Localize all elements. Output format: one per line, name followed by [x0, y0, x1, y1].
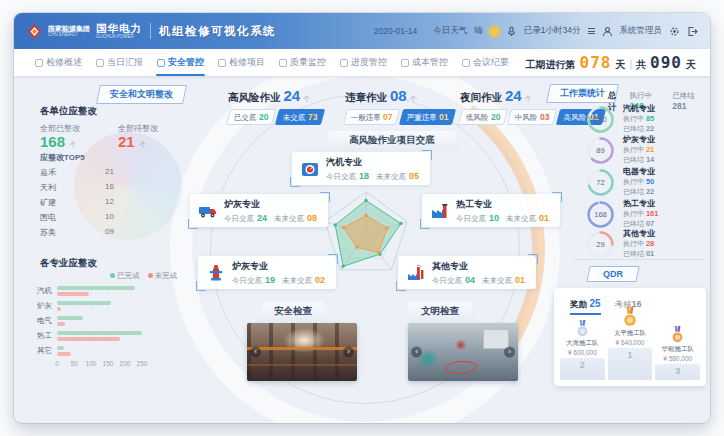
gauge-icon — [300, 159, 320, 179]
bar-row: 其它 — [37, 343, 182, 358]
tab-daily-report[interactable]: 当日汇报 — [89, 49, 150, 76]
bar-row: 汽机 — [37, 283, 182, 298]
bar-segment — [57, 346, 64, 350]
profession-card-turbine[interactable]: 汽机专业 今日交底18 未来交底05 — [292, 152, 430, 185]
carousel-next-icon[interactable]: › — [504, 347, 515, 358]
legend-todo: 未完成 — [148, 271, 178, 281]
stat-title: 高风险作业 — [228, 91, 281, 105]
ring-info: 汽机专业 执行中 85 已终结 22 — [623, 104, 655, 134]
header-right: 2020-01-14 | 今日天气 晴 已录1小时34分 系统管理员 — [374, 25, 698, 37]
separator: | — [629, 59, 632, 70]
menu-icon[interactable] — [588, 28, 595, 34]
stat-badge: 未交底73 — [275, 109, 325, 125]
bar-row: 炉灰 — [37, 298, 182, 313]
stat-title: 违章作业 — [345, 91, 387, 105]
civility-check-carousel[interactable]: ‹ › — [408, 323, 518, 381]
stat-value: 24 — [505, 87, 522, 104]
ticket-ring-row: 72 电器专业 执行中 50 已终结 22 — [586, 168, 708, 198]
ring-value: 72 — [586, 168, 615, 197]
profession-name: 热工专业 — [456, 198, 549, 211]
shield-icon — [157, 59, 165, 67]
settings-gear-icon[interactable] — [669, 26, 680, 37]
logout-icon[interactable] — [687, 26, 698, 37]
ring-info: 热工专业 执行中 161 已终结 07 — [623, 199, 658, 229]
divider — [574, 259, 704, 260]
ring-value: 168 — [586, 200, 615, 229]
duration-prefix: 工期进行第 — [526, 58, 576, 72]
org-name: 国家能源集团 — [48, 25, 90, 32]
bar-segment — [57, 286, 135, 290]
brand-subtitle: GUOHUA POWER — [96, 35, 142, 40]
brand-name: 国华电力 — [96, 23, 142, 34]
user-name[interactable]: 系统管理员 — [620, 25, 663, 37]
brand-block: 国华电力 GUOHUA POWER — [96, 23, 142, 39]
plant-icon — [406, 263, 426, 283]
profession-remediation-title: 各专业应整改 — [40, 257, 97, 270]
profession-stats: 今日交底24 未来交底08 — [224, 213, 317, 224]
stat-unit: 个 — [410, 94, 417, 104]
profession-name: 炉灰专业 — [224, 198, 317, 211]
dashboard-main: 安全和文明整改 各单位应整改 全部已整改 168 个 全部待整改 21 个 应整… — [14, 76, 710, 423]
total-prefix: 共 — [636, 58, 646, 72]
current-date: 2020-01-14 — [374, 26, 417, 36]
nav-tabbar: 检修概述 当日汇报 安全管控 检修项目 质量监控 进度管控 成本管控 会议纪要 … — [14, 49, 710, 76]
stat-violation: 违章作业 08 个 一般违章07 严重违章01 — [345, 87, 455, 125]
top5-title: 应整改TOP5 — [40, 152, 85, 163]
separator: | — [424, 27, 426, 36]
carousel-prev-icon[interactable]: ‹ — [250, 347, 261, 358]
carousel-prev-icon[interactable]: ‹ — [411, 347, 422, 358]
total-days: 090 — [650, 53, 682, 72]
bar-segment — [57, 331, 142, 335]
award-podium: 大海施工队 ¥ 600,000 2 太平施工队 ¥ 640,000 1 华银施工… — [560, 316, 700, 380]
company-logo-icon — [26, 23, 43, 40]
podium-step: 2 — [560, 358, 605, 380]
tab-safety-control[interactable]: 安全管控 — [150, 49, 211, 76]
team-name: 大海施工队 — [566, 339, 599, 348]
done-unit: 个 — [69, 141, 76, 148]
truck-icon — [198, 201, 218, 221]
ring-info: 电器专业 执行中 50 已终结 22 — [623, 167, 655, 197]
ring-info: 其他专业 执行中 28 已终结 01 — [623, 229, 655, 259]
team-amount: ¥ 580,000 — [663, 355, 692, 362]
stat-title: 夜间作业 — [460, 91, 502, 105]
factory-icon — [430, 201, 450, 221]
team-amount: ¥ 600,000 — [568, 349, 597, 356]
safety-check-carousel[interactable]: ‹ › — [247, 323, 357, 381]
podium-step: 1 — [608, 348, 653, 380]
report-icon — [96, 59, 104, 67]
profession-stats: 今日交底10 未来交底01 — [456, 213, 549, 224]
profession-stats: 今日交底18 未来交底05 — [326, 171, 419, 182]
profession-card-furnace[interactable]: 炉灰专业 今日交底19 未来交底02 — [198, 256, 336, 289]
todo-unit: 个 — [139, 141, 146, 148]
microphone-icon[interactable] — [506, 26, 517, 37]
bar-segment — [57, 337, 120, 341]
gold-medal-icon — [621, 307, 639, 328]
carousel-next-icon[interactable]: › — [343, 347, 354, 358]
tab-meeting-minutes[interactable]: 会议纪要 — [455, 49, 516, 76]
tab-cost-control[interactable]: 成本管控 — [394, 49, 455, 76]
stat-value: 08 — [390, 87, 407, 104]
profession-card-ash[interactable]: 炉灰专业 今日交底24 未来交底08 — [190, 194, 328, 227]
team-amount: ¥ 640,000 — [616, 339, 645, 346]
app-title: 机组检修可视化系统 — [159, 24, 276, 39]
civility-check-title: 文明检查 — [403, 302, 477, 321]
profession-card-thermal[interactable]: 热工专业 今日交底10 未来交底01 — [422, 194, 560, 227]
user-icon — [602, 26, 613, 37]
legend-done: 已完成 — [110, 271, 140, 281]
todo-value: 21 — [118, 133, 135, 150]
profession-card-other[interactable]: 其他专业 今日交底04 未来交底01 — [398, 256, 536, 289]
tab-overview[interactable]: 检修概述 — [28, 49, 89, 76]
done-value: 168 — [40, 133, 65, 150]
tab-maintenance-projects[interactable]: 检修项目 — [211, 49, 272, 76]
stat-badge: 低风险20 — [458, 109, 508, 125]
stat-unit: 个 — [525, 94, 532, 104]
ticket-ring-row: 89 炉灰专业 执行中 21 已终结 14 — [586, 136, 708, 166]
ring-value: 29 — [586, 230, 615, 259]
top5-row: 天利16 — [40, 182, 114, 193]
tab-progress-control[interactable]: 进度管控 — [333, 49, 394, 76]
ticket-ring-row: 120 汽机专业 执行中 85 已终结 22 — [586, 105, 708, 135]
profession-name: 炉灰专业 — [232, 260, 325, 273]
podium-rank-3: 华银施工队 ¥ 580,000 3 — [655, 326, 700, 380]
tab-quality-monitor[interactable]: 质量监控 — [272, 49, 333, 76]
tab-award[interactable]: 奖励 25 — [570, 298, 601, 315]
